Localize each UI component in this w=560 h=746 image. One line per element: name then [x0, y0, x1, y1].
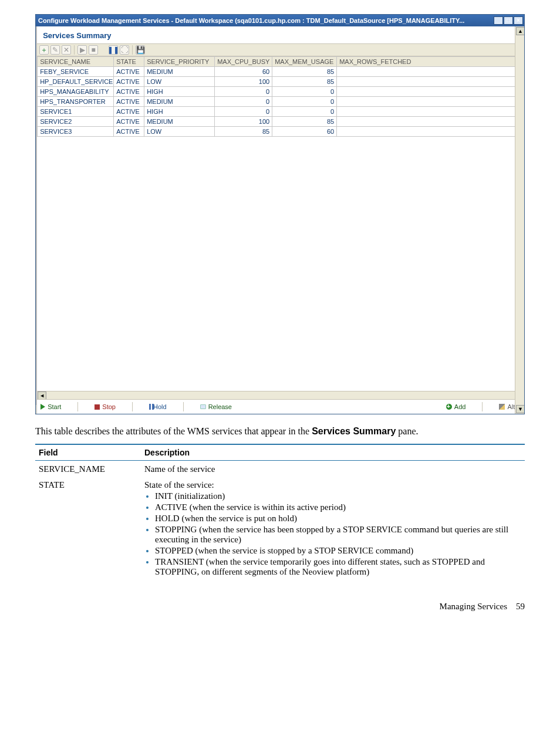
- action-bar: Start Stop Hold Release Add Alter: [37, 399, 524, 414]
- table-row[interactable]: SERVICE1ACTIVEHIGH000: [38, 107, 524, 117]
- content-pane: Services Summary ＋ ✎ ✕ ▶ ■ ❚❚ ⛶ 💾: [37, 26, 524, 414]
- scroll-left-icon[interactable]: ◄: [38, 391, 46, 400]
- scroll-up-icon[interactable]: ▲: [516, 27, 524, 35]
- hold-icon: [149, 404, 151, 410]
- play-icon: [41, 404, 45, 410]
- column-header[interactable]: SERVICE_NAME: [38, 57, 114, 67]
- separator: [74, 45, 75, 55]
- table-row[interactable]: HP_DEFAULT_SERVICEACTIVELOW100850: [38, 77, 524, 87]
- table-row[interactable]: HPS_TRANSPORTERACTIVEMEDIUM000: [38, 97, 524, 107]
- minimize-button[interactable]: _: [494, 16, 503, 25]
- pause-icon[interactable]: ❚❚: [109, 45, 118, 55]
- stop-icon: [95, 404, 100, 410]
- page-footer: Managing Services 59: [35, 602, 525, 612]
- close-button[interactable]: ×: [514, 16, 523, 25]
- scroll-down-icon[interactable]: ▼: [516, 405, 524, 413]
- separator: [132, 45, 133, 55]
- delete-icon[interactable]: ✕: [62, 45, 71, 55]
- col-description: Description: [141, 444, 525, 461]
- list-item: HOLD (when the service is put on hold): [155, 514, 521, 524]
- caption: This table describes the attributes of t…: [35, 425, 525, 438]
- list-item: STOPPING (when the service has been stop…: [155, 525, 521, 545]
- release-button[interactable]: Release: [200, 403, 232, 410]
- stop-icon[interactable]: ■: [89, 45, 98, 55]
- list-item: INIT (initialization): [155, 491, 521, 501]
- attributes-table: Field Description SERVICE_NAME Name of t…: [35, 444, 525, 580]
- app-window: Configure Workload Management Services -…: [35, 14, 525, 414]
- alter-icon: [499, 404, 505, 410]
- add-icon: [446, 404, 452, 410]
- column-header[interactable]: STATE: [114, 57, 144, 67]
- table-row: SERVICE_NAME Name of the service: [35, 460, 525, 477]
- vertical-scrollbar[interactable]: ▲ ▼: [515, 26, 524, 414]
- table-row[interactable]: FEBY_SERVICEACTIVEMEDIUM60850: [38, 67, 524, 77]
- table-row[interactable]: HPS_MANAGEABILITYACTIVEHIGH000: [38, 87, 524, 97]
- list-item: TRANSIENT (when the service temporarily …: [155, 557, 521, 577]
- play-icon[interactable]: ▶: [77, 45, 87, 55]
- hold-button[interactable]: Hold: [149, 403, 167, 410]
- add-icon[interactable]: ＋: [39, 45, 49, 55]
- release-icon: [200, 404, 206, 409]
- add-button[interactable]: Add: [446, 403, 466, 410]
- release-icon[interactable]: ⛶: [120, 45, 129, 55]
- table-row[interactable]: SERVICE3ACTIVELOW85600: [38, 127, 524, 137]
- toolbar: ＋ ✎ ✕ ▶ ■ ❚❚ ⛶ 💾: [37, 43, 524, 56]
- grid-scrollbar[interactable]: ◄: [37, 391, 524, 399]
- column-header[interactable]: MAX_ROWS_FETCHED: [337, 57, 524, 67]
- window-title: Configure Workload Management Services -…: [38, 17, 494, 24]
- column-header[interactable]: MAX_MEM_USAGE: [272, 57, 337, 67]
- column-header[interactable]: MAX_CPU_BUSY: [215, 57, 272, 67]
- list-item: STOPPED (when the service is stopped by …: [155, 546, 521, 556]
- stop-button[interactable]: Stop: [95, 403, 116, 410]
- pane-title: Services Summary: [37, 26, 524, 43]
- title-bar: Configure Workload Management Services -…: [36, 15, 524, 26]
- maximize-button[interactable]: □: [504, 16, 513, 25]
- services-grid: SERVICE_NAMESTATESERVICE_PRIORITYMAX_CPU…: [37, 56, 524, 137]
- save-icon[interactable]: 💾: [136, 45, 145, 55]
- column-header[interactable]: SERVICE_PRIORITY: [144, 57, 215, 67]
- edit-icon[interactable]: ✎: [50, 45, 60, 55]
- table-row: STATE State of the service: INIT (initia…: [35, 477, 525, 580]
- table-row[interactable]: SERVICE2ACTIVEMEDIUM100850: [38, 117, 524, 127]
- col-field: Field: [35, 444, 141, 461]
- start-button[interactable]: Start: [41, 403, 61, 410]
- list-item: ACTIVE (when the service is within its a…: [155, 502, 521, 512]
